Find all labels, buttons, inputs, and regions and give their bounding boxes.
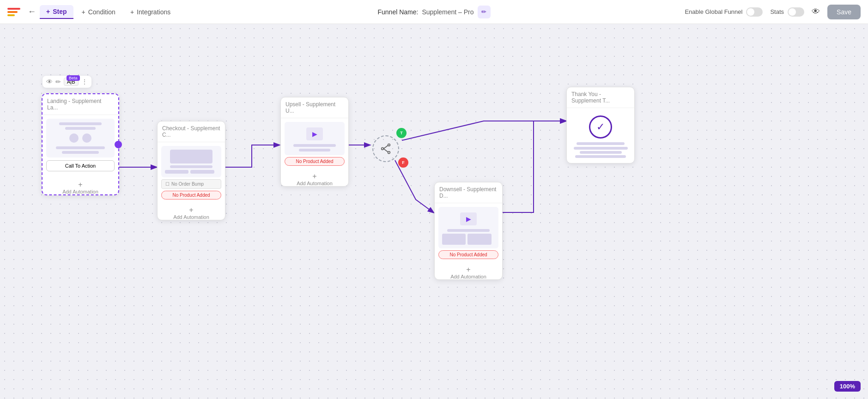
condition-false-badge: F bbox=[398, 157, 408, 168]
condition-true-badge: T bbox=[396, 128, 407, 138]
nav-tabs: + Step + Condition + Integrations bbox=[40, 5, 177, 19]
landing-add-automation[interactable]: + Add Automation bbox=[42, 181, 118, 194]
plus-icon: + bbox=[158, 206, 225, 214]
condition-plus: + bbox=[82, 8, 85, 16]
preview-image bbox=[170, 150, 212, 163]
svg-point-1 bbox=[388, 151, 390, 154]
cta-button[interactable]: Call To Action bbox=[46, 160, 115, 171]
downsell-no-product[interactable]: No Product Added bbox=[438, 250, 498, 259]
checkout-preview bbox=[161, 146, 221, 177]
landing-connector bbox=[115, 141, 122, 148]
preview-element bbox=[69, 133, 79, 143]
upsell-body: ▶ No Product Added bbox=[281, 118, 348, 169]
back-button[interactable]: ← bbox=[28, 7, 36, 17]
global-funnel-label: Enable Global Funnel bbox=[685, 8, 742, 15]
tab-condition[interactable]: + Condition bbox=[75, 6, 122, 18]
landing-preview bbox=[46, 119, 115, 157]
beta-badge: Beta bbox=[67, 75, 80, 81]
preview-element bbox=[82, 133, 91, 143]
logo bbox=[7, 5, 22, 19]
condition-node[interactable]: T F bbox=[370, 133, 402, 165]
video-icon: ▶ bbox=[306, 127, 323, 140]
right-controls: Enable Global Funnel Stats 👁 Save bbox=[685, 5, 861, 19]
downsell-preview: ▶ bbox=[438, 207, 498, 248]
more-options-button[interactable]: ⋮ bbox=[81, 78, 88, 85]
svg-point-0 bbox=[388, 144, 390, 146]
svg-line-3 bbox=[383, 145, 388, 149]
upsell-preview: ▶ bbox=[285, 122, 345, 155]
upsell-add-automation[interactable]: + Add Automation bbox=[281, 172, 348, 186]
view-button[interactable]: 👁 bbox=[46, 78, 53, 85]
thankyou-body: ✓ bbox=[567, 108, 634, 163]
integrations-plus: + bbox=[130, 8, 134, 16]
upsell-no-product[interactable]: No Product Added bbox=[285, 157, 345, 166]
save-button[interactable]: Save bbox=[827, 5, 861, 19]
checkbox-icon: ☐ bbox=[165, 181, 170, 187]
eye-icon: 👁 bbox=[812, 7, 820, 16]
landing-title: Landing bbox=[47, 98, 67, 104]
thankyou-header: Thank You - Supplement T... bbox=[567, 87, 634, 108]
stats-toggle[interactable] bbox=[788, 7, 804, 17]
edit-button[interactable]: ✏ bbox=[55, 78, 61, 85]
downsell-header: Downsell - Supplement D... bbox=[435, 182, 502, 203]
landing-toolbar: 👁 ✏ A|B Beta ⋮ bbox=[42, 76, 91, 88]
plus-icon: + bbox=[435, 266, 502, 274]
upsell-header: Upsell - Supplement U... bbox=[281, 97, 348, 118]
upsell-title: Upsell bbox=[285, 101, 301, 108]
funnel-name-area: Funnel Name: Supplement – Pro ✏ bbox=[377, 6, 490, 18]
svg-point-2 bbox=[382, 148, 384, 150]
ellipsis-icon: ⋮ bbox=[81, 78, 88, 85]
preview-button[interactable]: 👁 bbox=[812, 7, 820, 17]
checkout-header: Checkout - Supplement C... bbox=[158, 121, 225, 142]
condition-circle bbox=[372, 135, 399, 162]
downsell-node: Downsell - Supplement D... ▶ No Product … bbox=[434, 182, 503, 280]
landing-body: Call To Action bbox=[42, 115, 118, 178]
checkout-add-automation[interactable]: + Add Automation bbox=[158, 206, 225, 220]
no-order-bump: ☐ No Order Bump bbox=[161, 179, 221, 189]
landing-header: Landing - Supplement La... bbox=[42, 94, 118, 115]
checkout-title: Checkout bbox=[162, 125, 186, 132]
ab-test-button[interactable]: A|B Beta bbox=[64, 78, 79, 86]
funnel-name-label: Funnel Name: bbox=[377, 8, 418, 16]
thankyou-title: Thank You bbox=[571, 91, 598, 97]
edit-funnel-name-button[interactable]: ✏ bbox=[478, 6, 491, 18]
landing-node: 👁 ✏ A|B Beta ⋮ Landing - Supplement La..… bbox=[42, 93, 119, 195]
step-plus: + bbox=[46, 8, 50, 15]
tab-integrations[interactable]: + Integrations bbox=[124, 6, 177, 18]
funnel-canvas: 👁 ✏ A|B Beta ⋮ Landing - Supplement La..… bbox=[0, 24, 868, 399]
funnel-name-value: Supplement – Pro bbox=[422, 8, 473, 16]
downsell-title: Downsell bbox=[439, 186, 462, 193]
global-funnel-toggle-group: Enable Global Funnel bbox=[685, 7, 763, 17]
checkout-node: Checkout - Supplement C... ☐ No Order Bu… bbox=[157, 121, 225, 220]
global-funnel-toggle[interactable] bbox=[746, 7, 763, 17]
downsell-body: ▶ No Product Added bbox=[435, 203, 502, 263]
checkout-body: ☐ No Order Bump No Product Added bbox=[158, 142, 225, 203]
tab-step[interactable]: + Step bbox=[40, 5, 73, 19]
eye-icon: 👁 bbox=[46, 78, 53, 85]
downsell-add-automation[interactable]: + Add Automation bbox=[435, 266, 502, 279]
checkout-no-product[interactable]: No Product Added bbox=[161, 191, 221, 200]
thankyou-node: Thank You - Supplement T... ✓ bbox=[566, 87, 635, 163]
video-icon: ▶ bbox=[460, 212, 477, 225]
upsell-node: Upsell - Supplement U... ▶ No Product Ad… bbox=[280, 97, 349, 187]
stats-label: Stats bbox=[770, 8, 784, 15]
svg-line-4 bbox=[383, 149, 388, 152]
edit-icon: ✏ bbox=[481, 8, 486, 15]
stats-toggle-group: Stats bbox=[770, 7, 804, 17]
plus-icon: + bbox=[281, 172, 348, 181]
pencil-icon: ✏ bbox=[55, 78, 61, 85]
zoom-indicator: 100% bbox=[834, 381, 861, 392]
checkmark-icon: ✓ bbox=[589, 115, 612, 139]
plus-icon: + bbox=[42, 181, 118, 189]
top-nav: ← + Step + Condition + Integrations Funn… bbox=[0, 0, 868, 24]
